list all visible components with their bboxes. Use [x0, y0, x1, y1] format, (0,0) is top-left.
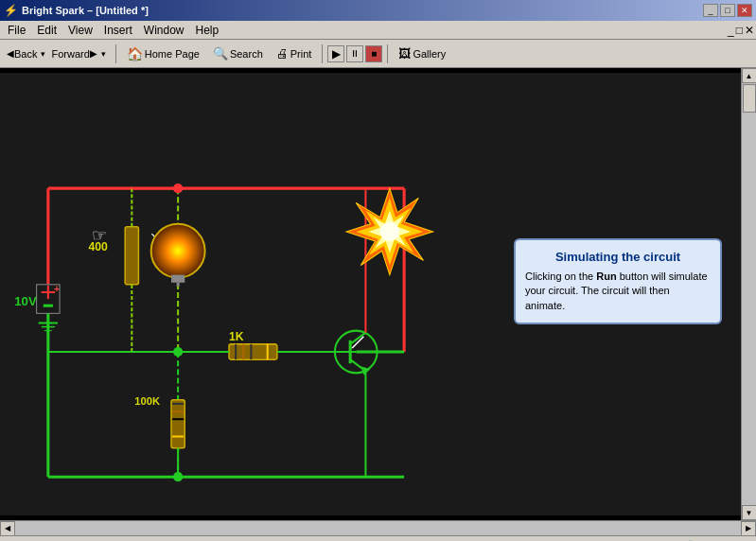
- outer-maximize-btn[interactable]: □: [720, 4, 735, 17]
- svg-text:100K: 100K: [134, 395, 160, 407]
- toolbar-sep-2: [322, 44, 323, 63]
- gallery-icon: 🖼: [398, 46, 411, 61]
- svg-text:☞: ☞: [92, 225, 107, 245]
- home-icon: 🏠: [127, 46, 143, 61]
- gallery-button[interactable]: 🖼 Gallery: [393, 43, 451, 65]
- back-dropdown[interactable]: ▾: [40, 49, 46, 59]
- menubar: File Edit View Insert Window Help _ □ ✕: [0, 21, 756, 40]
- app-title: Bright Spark – [Untitled *]: [22, 5, 703, 16]
- scroll-left-btn[interactable]: ◀: [0, 521, 15, 536]
- inner-minimize-btn[interactable]: _: [728, 24, 734, 37]
- menu-view[interactable]: View: [62, 22, 98, 39]
- scroll-track-h[interactable]: [15, 521, 741, 535]
- inner-close-btn[interactable]: ✕: [745, 24, 754, 37]
- back-button[interactable]: ◀ Back: [4, 43, 40, 65]
- home-button[interactable]: 🏠 Home Page: [121, 43, 205, 65]
- stop-button[interactable]: ■: [365, 45, 382, 62]
- svg-rect-25: [125, 227, 138, 285]
- forward-dropdown[interactable]: ▾: [100, 49, 107, 59]
- back-nav[interactable]: ◀ Back ▾: [4, 43, 46, 65]
- tooltip-title: Simulating the circuit: [525, 250, 711, 264]
- titlebar: ⚡ Bright Spark – [Untitled *] _ □ ✕: [0, 0, 756, 21]
- forward-button[interactable]: Forward ▶: [48, 43, 99, 65]
- voltage-label: 10V: [14, 294, 37, 308]
- vertical-scrollbar[interactable]: ▲ ▼: [741, 68, 756, 520]
- scroll-down-btn[interactable]: ▼: [742, 505, 757, 520]
- tooltip-highlight: Run: [596, 270, 616, 282]
- print-button[interactable]: 🖨 Print: [271, 43, 318, 65]
- svg-text:+: +: [54, 284, 60, 294]
- scroll-thumb-v[interactable]: [743, 84, 756, 113]
- statusbar: Voltage: -10 0 +10 🔍 100%: [0, 535, 756, 541]
- circuit-canvas[interactable]: + 10V 400 ☞ ↘: [0, 68, 741, 520]
- svg-rect-54: [171, 400, 185, 448]
- menu-help[interactable]: Help: [190, 22, 225, 39]
- horizontal-scrollbar[interactable]: ◀ ▶: [0, 520, 756, 535]
- inner-restore-btn[interactable]: □: [736, 24, 743, 37]
- menu-edit[interactable]: Edit: [31, 22, 62, 39]
- svg-point-33: [151, 224, 205, 278]
- scroll-up-btn[interactable]: ▲: [742, 68, 757, 83]
- toolbar: ◀ Back ▾ Forward ▶ ▾ 🏠 Home Page 🔍 Searc…: [0, 40, 756, 68]
- menu-insert[interactable]: Insert: [98, 22, 138, 39]
- toolbar-sep-1: [115, 44, 116, 63]
- toolbar-sep-3: [387, 44, 388, 63]
- scroll-right-btn[interactable]: ▶: [741, 521, 756, 536]
- pause-button[interactable]: ⏸: [346, 45, 363, 62]
- scroll-track-v[interactable]: [742, 83, 756, 505]
- tooltip-box: Simulating the circuit Clicking on the R…: [514, 238, 722, 324]
- tooltip-body: Clicking on the Run button will simulate…: [525, 270, 711, 313]
- svg-rect-34: [171, 275, 185, 283]
- outer-close-btn[interactable]: ✕: [737, 4, 752, 17]
- search-button[interactable]: 🔍 Search: [207, 43, 269, 65]
- search-icon: 🔍: [213, 46, 228, 61]
- forward-nav[interactable]: Forward ▶ ▾: [48, 43, 106, 65]
- menu-window[interactable]: Window: [138, 22, 190, 39]
- outer-minimize-btn[interactable]: _: [703, 4, 718, 17]
- print-icon: 🖨: [276, 46, 289, 61]
- svg-text:1K: 1K: [229, 330, 244, 343]
- menu-file[interactable]: File: [2, 22, 31, 39]
- main-area: + 10V 400 ☞ ↘: [0, 68, 756, 520]
- svg-point-63: [380, 222, 399, 241]
- play-button[interactable]: ▶: [327, 45, 344, 62]
- tooltip-prefix: Clicking on the: [525, 270, 596, 282]
- app-icon: ⚡: [4, 4, 18, 17]
- window-controls: _ □ ✕: [703, 4, 752, 17]
